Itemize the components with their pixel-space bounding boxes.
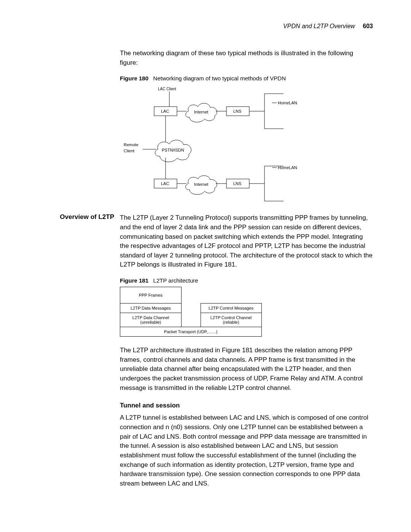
figure-180-diagram: LAC Client LAC Internet LNS HomeLAN Rem bbox=[120, 85, 373, 204]
page-number: 603 bbox=[363, 23, 373, 29]
header-title: VPDN and L2TP Overview bbox=[283, 23, 355, 29]
figure-180-caption-text: Networking diagram of two typical method… bbox=[153, 75, 286, 81]
lac-client-label: LAC Client bbox=[158, 87, 176, 91]
homelan-bottom: HomeLAN bbox=[278, 165, 297, 170]
lns-box-top: LNS bbox=[233, 109, 241, 113]
remote-label: Remote bbox=[124, 142, 139, 147]
figure-180-label: Figure 180 bbox=[120, 75, 148, 81]
arch-transport: Packet Transport (UDP,……) bbox=[120, 327, 262, 337]
intro-paragraph: The networking diagram of these two typi… bbox=[120, 49, 373, 67]
arch-data-msg: L2TP Data Messages bbox=[120, 304, 182, 313]
pstn-cloud: PSTN/ISDN bbox=[162, 148, 184, 152]
client-label: Client bbox=[124, 149, 134, 153]
homelan-top: HomeLAN bbox=[278, 101, 297, 105]
figure-181-caption: Figure 181 L2TP architecture bbox=[120, 277, 373, 284]
figure-180-caption: Figure 180 Networking diagram of two typ… bbox=[120, 75, 373, 81]
lns-box-bottom: LNS bbox=[233, 181, 241, 186]
lac-box-bottom: LAC bbox=[161, 181, 169, 186]
arch-data-channel: L2TP Data Channel (unreliable) bbox=[120, 313, 182, 327]
arch-ppp: PPP Frames bbox=[120, 287, 182, 304]
tunnel-heading: Tunnel and session bbox=[120, 402, 373, 409]
page-header: VPDN and L2TP Overview 603 bbox=[38, 23, 373, 30]
lac-box-top: LAC bbox=[161, 109, 169, 113]
overview-heading: Overview of L2TP bbox=[38, 213, 114, 221]
arch-ctrl-channel: L2TP Control Channel (reliable) bbox=[201, 313, 261, 327]
internet-cloud-bottom: Internet bbox=[194, 182, 208, 187]
internet-cloud-top: Internet bbox=[194, 110, 208, 114]
tunnel-paragraph: A L2TP tunnel is established between LAC… bbox=[120, 413, 373, 488]
figure-181-caption-text: L2TP architecture bbox=[153, 277, 198, 284]
figure-181-diagram: PPP Frames L2TP Data Messages L2TP Contr… bbox=[120, 287, 373, 337]
figure-181-label: Figure 181 bbox=[120, 277, 148, 284]
arch-ctrl-msg: L2TP Control Messages bbox=[201, 304, 261, 313]
overview-paragraph: The L2TP (Layer 2 Tunneling Protocol) su… bbox=[120, 213, 373, 270]
after-181-paragraph: The L2TP architecture illustrated in Fig… bbox=[120, 346, 373, 393]
